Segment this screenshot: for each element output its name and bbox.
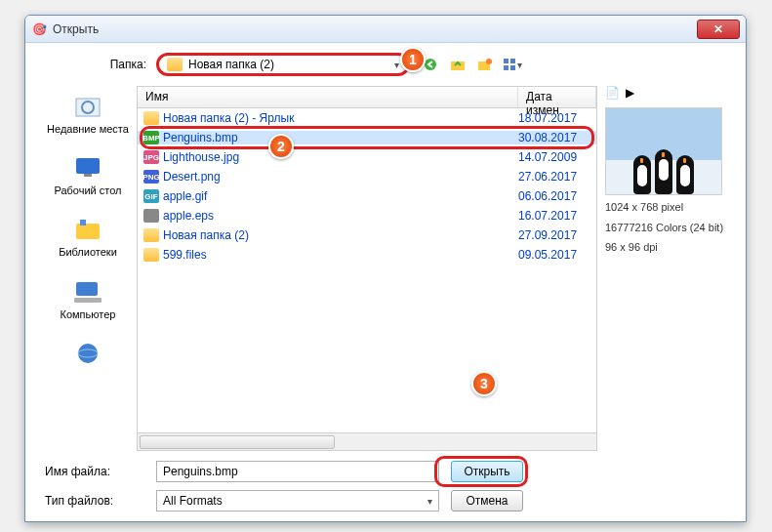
- file-date: 16.07.2017: [518, 209, 596, 223]
- desktop-icon: [70, 153, 105, 183]
- back-icon: [424, 58, 437, 71]
- file-date: 30.08.2017: [518, 131, 596, 144]
- preview-dpi: 96 x 96 dpi: [605, 239, 732, 256]
- preview-next-icon[interactable]: ▶: [626, 86, 634, 103]
- network-icon: [70, 339, 105, 368]
- cancel-button[interactable]: Отмена: [451, 490, 523, 512]
- up-folder-icon: [450, 58, 466, 71]
- folder-label: Папка:: [39, 58, 156, 71]
- eps-icon: [143, 209, 159, 223]
- file-name: Desert.png: [163, 170, 221, 184]
- callout-2: 2: [268, 134, 294, 159]
- window-title: Открыть: [53, 22, 99, 36]
- callout-1: 1: [400, 47, 426, 72]
- file-row[interactable]: Новая папка (2)27.09.2017: [138, 225, 596, 245]
- libraries-icon: [70, 215, 105, 244]
- svg-rect-14: [76, 282, 98, 296]
- place-label: Компьютер: [61, 308, 116, 321]
- svg-rect-10: [76, 158, 100, 174]
- place-computer[interactable]: Компьютер: [39, 273, 137, 325]
- svg-rect-13: [80, 220, 86, 225]
- new-folder-button[interactable]: [474, 54, 496, 75]
- close-button[interactable]: ✕: [697, 20, 740, 39]
- place-label: Недавние места: [47, 123, 129, 136]
- file-name: Lighthouse.jpg: [163, 150, 239, 164]
- file-date: 14.07.2009: [518, 150, 596, 164]
- place-libraries[interactable]: Библиотеки: [39, 211, 137, 263]
- open-dialog: 🎯 Открыть ✕ Папка: Новая папка (2): [24, 15, 747, 522]
- place-network[interactable]: [39, 335, 137, 372]
- file-row[interactable]: apple.eps16.07.2017: [138, 206, 596, 225]
- file-name: Penguins.bmp: [163, 131, 238, 144]
- file-row[interactable]: JPGLighthouse.jpg14.07.2009: [138, 147, 596, 167]
- open-button[interactable]: Открыть: [451, 461, 523, 482]
- app-icon: 🎯: [31, 21, 47, 37]
- preview-page-icon[interactable]: 📄: [605, 86, 620, 103]
- place-desktop[interactable]: Рабочий стол: [39, 149, 137, 201]
- fold-icon: [143, 248, 159, 262]
- place-recent[interactable]: Недавние места: [39, 88, 137, 140]
- places-bar: Недавние места Рабочий стол Библиотеки К…: [39, 86, 137, 451]
- gif-icon: GIF: [143, 189, 159, 203]
- column-headers: Имя Дата измен: [138, 87, 596, 108]
- file-list: Имя Дата измен Новая папка (2) - Ярлык18…: [137, 86, 597, 451]
- file-row[interactable]: 599.files09.05.2017: [138, 245, 596, 265]
- png-icon: PNG: [143, 170, 159, 184]
- filetype-label: Тип файлов:: [39, 494, 156, 508]
- svg-rect-7: [510, 65, 515, 70]
- svg-rect-15: [74, 298, 102, 303]
- svg-rect-6: [504, 65, 508, 70]
- fold-icon: [143, 228, 159, 242]
- view-mode-button[interactable]: [502, 54, 523, 75]
- file-date: 06.06.2017: [518, 189, 596, 203]
- file-date: 09.05.2017: [518, 248, 596, 262]
- fold-icon: [143, 111, 159, 125]
- bmp-icon: BMP: [143, 131, 159, 144]
- callout-3: 3: [471, 371, 497, 396]
- file-name: apple.gif: [163, 189, 207, 203]
- column-name[interactable]: Имя: [138, 87, 518, 107]
- computer-icon: [70, 277, 105, 307]
- filetype-value: All Formats: [163, 494, 223, 508]
- file-date: 18.07.2017: [518, 111, 596, 125]
- file-name: 599.files: [163, 248, 207, 262]
- place-label: Рабочий стол: [54, 184, 121, 197]
- place-label: Библиотеки: [59, 246, 117, 259]
- filename-input[interactable]: [156, 461, 439, 482]
- file-date: 27.06.2017: [518, 170, 596, 184]
- preview-pane: 📄 ▶ 1024 x 768 pixel 16777216 Colors (24…: [605, 86, 732, 451]
- column-date[interactable]: Дата измен: [518, 87, 596, 107]
- file-row[interactable]: PNGDesert.png27.06.2017: [138, 167, 596, 186]
- view-mode-icon: [503, 58, 517, 71]
- chevron-down-icon: [394, 58, 399, 71]
- file-name: apple.eps: [163, 209, 214, 223]
- navigation-toolbar: [420, 54, 523, 75]
- file-name: Новая папка (2) - Ярлык: [163, 111, 294, 125]
- filename-label: Имя файла:: [39, 465, 156, 478]
- up-button[interactable]: [447, 54, 468, 75]
- jpg-icon: JPG: [143, 150, 159, 164]
- titlebar[interactable]: 🎯 Открыть ✕: [25, 16, 746, 43]
- file-name: Новая папка (2): [163, 228, 249, 242]
- chevron-down-icon: [517, 58, 522, 71]
- svg-rect-5: [510, 59, 515, 63]
- svg-point-16: [78, 344, 98, 363]
- svg-rect-12: [76, 224, 100, 239]
- filetype-dropdown[interactable]: All Formats: [156, 490, 439, 512]
- file-row[interactable]: Новая папка (2) - Ярлык18.07.2017: [138, 108, 596, 128]
- folder-dropdown[interactable]: Новая папка (2): [156, 53, 410, 76]
- recent-icon: [70, 92, 105, 121]
- svg-rect-4: [504, 59, 508, 63]
- preview-image: [605, 107, 722, 195]
- chevron-down-icon: [427, 494, 432, 508]
- file-date: 27.09.2017: [518, 228, 596, 242]
- folder-icon: [167, 58, 183, 71]
- file-row[interactable]: BMPPenguins.bmp30.08.2017: [138, 128, 596, 147]
- horizontal-scrollbar[interactable]: [138, 432, 596, 450]
- preview-dimensions: 1024 x 768 pixel: [605, 199, 732, 216]
- new-folder-icon: [477, 58, 493, 71]
- svg-rect-11: [84, 174, 92, 177]
- scrollbar-thumb[interactable]: [140, 435, 335, 449]
- file-row[interactable]: GIFapple.gif06.06.2017: [138, 186, 596, 206]
- svg-point-0: [425, 59, 436, 70]
